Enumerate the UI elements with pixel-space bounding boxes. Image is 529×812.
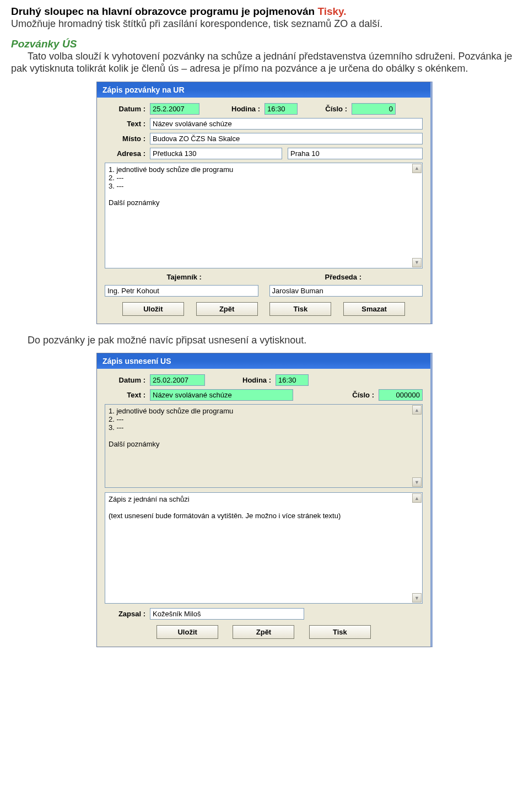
ulozit-button[interactable]: Uložit [122, 302, 184, 316]
tisk-button[interactable]: Tisk [269, 302, 331, 316]
predseda-input[interactable] [269, 285, 423, 297]
body2a-text: 1. jednotlivé body schůze dle programu 2… [105, 405, 422, 487]
dialog-zapis-pozvanky: Zápis pozvánky na UR Datum : Hodina : Čí… [96, 82, 433, 324]
ulozit2-button[interactable]: Uložit [156, 625, 218, 639]
datum-input[interactable] [150, 103, 199, 115]
label-hodina: Hodina : [199, 105, 264, 113]
dialog1-titlebar: Zápis pozvánky na UR [97, 82, 430, 98]
label2-text: Text : [105, 391, 150, 399]
misto-input[interactable] [150, 133, 423, 144]
label-tajemnik: Tajemník : [105, 273, 264, 281]
scroll-down-icon[interactable]: ▼ [412, 258, 422, 267]
dialog-zapis-usneseni: Zápis usnesení US Datum : Hodina : Text … [96, 353, 433, 647]
adresa1-input[interactable] [150, 148, 282, 159]
heading-post: Umožňuje hromadný tisk štítků při zasílá… [11, 18, 518, 30]
label-text: Text : [105, 120, 150, 128]
label-datum: Datum : [105, 105, 150, 113]
heading-highlight: Tisky. [317, 6, 346, 17]
scroll-down-icon[interactable]: ▼ [412, 477, 422, 487]
subheading-pozvankv: Pozvánky ÚS [11, 38, 518, 50]
hodina2-input[interactable] [276, 374, 309, 386]
heading-pre: Druhý sloupec na hlavní obrazovce progra… [11, 6, 317, 17]
label-zapsal: Zapsal : [105, 610, 150, 618]
label2-datum: Datum : [105, 376, 150, 384]
tisk2-button[interactable]: Tisk [309, 625, 371, 639]
smazat-button[interactable]: Smazat [343, 302, 405, 316]
paragraph-2: Do pozvánky je pak možné navíc připsat u… [28, 334, 518, 347]
hodina-input[interactable] [264, 103, 298, 115]
scroll-up-icon[interactable]: ▲ [412, 405, 422, 415]
tajemnik-input[interactable] [105, 285, 258, 297]
dialog2-titlebar: Zápis usnesení US [97, 353, 430, 369]
adresa2-input[interactable] [288, 148, 423, 159]
datum2-input[interactable] [150, 374, 205, 386]
body-textarea[interactable]: 1. jednotlivé body schůze dle programu 2… [105, 163, 423, 268]
scroll-up-icon[interactable]: ▲ [412, 493, 422, 503]
scroll-down-icon[interactable]: ▼ [412, 593, 422, 603]
label2-cislo: Číslo : [293, 391, 379, 399]
label-predseda: Předseda : [264, 273, 423, 281]
text2-input[interactable] [150, 389, 293, 401]
body2a-textarea[interactable]: 1. jednotlivé body schůze dle programu 2… [105, 404, 423, 488]
zpet-button[interactable]: Zpět [196, 302, 258, 316]
label2-hodina: Hodina : [205, 376, 276, 384]
text-input[interactable] [150, 118, 423, 130]
body2b-textarea[interactable]: Zápis z jednání na schůzi (text usnesení… [105, 492, 423, 604]
label-adresa: Adresa : [105, 149, 150, 158]
label-cislo: Číslo : [298, 105, 352, 113]
paragraph-1: Tato volba slouží k vyhotovení pozvánky … [11, 50, 518, 75]
zpet2-button[interactable]: Zpět [233, 625, 294, 639]
scroll-up-icon[interactable]: ▲ [412, 164, 422, 173]
cislo-input[interactable] [352, 103, 396, 115]
zapsal-input[interactable] [150, 608, 304, 620]
label-misto: Místo : [105, 135, 150, 143]
body-text: 1. jednotlivé body schůze dle programu 2… [105, 163, 422, 223]
cislo2-input[interactable] [379, 389, 423, 401]
body2b-text: Zápis z jednání na schůzi (text usnesení… [105, 493, 422, 603]
doc-heading: Druhý sloupec na hlavní obrazovce progra… [11, 6, 518, 18]
